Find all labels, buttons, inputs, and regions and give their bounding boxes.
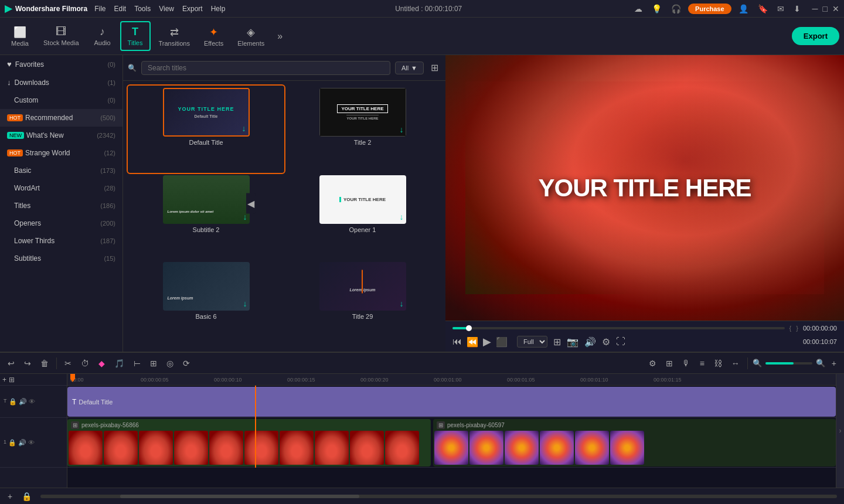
frame-back-button[interactable]: ⏪ <box>467 336 478 348</box>
total-time-value: 00:00:10:07 <box>803 338 837 345</box>
media-track-1-eye[interactable]: 👁 <box>28 439 35 447</box>
ruler-20: 00:00:00:20 <box>360 377 389 383</box>
sidebar-item-basic[interactable]: Basic (173) <box>0 162 122 179</box>
zoom-slider[interactable] <box>765 362 812 365</box>
progress-handle[interactable] <box>466 325 472 331</box>
menu-help[interactable]: Help <box>211 5 226 13</box>
quality-select[interactable]: Full 1/2 1/4 <box>517 336 547 348</box>
toolbar-audio[interactable]: ♪ Audio <box>87 22 118 50</box>
settings-tl-button[interactable]: ⚙ <box>646 357 659 370</box>
media-track-1-audio[interactable]: 🔊 <box>18 439 26 447</box>
sidebar-item-custom[interactable]: Custom (0) <box>0 91 122 109</box>
audio-duck-button[interactable]: 🎵 <box>111 357 127 370</box>
crop-button[interactable]: ⊞ <box>147 357 160 370</box>
add-track-button[interactable]: + <box>2 376 6 384</box>
settings-button[interactable]: ⚙ <box>602 336 610 348</box>
mark-out-button[interactable]: } <box>796 325 798 332</box>
mail-icon[interactable]: ✉ <box>775 3 787 15</box>
track-settings-button[interactable]: ≡ <box>697 357 707 370</box>
color-button[interactable]: ◆ <box>96 357 108 370</box>
user-icon[interactable]: 👤 <box>736 3 751 15</box>
scroll-left-arrow[interactable]: ◀ <box>246 193 256 214</box>
toolbar-stock-media[interactable]: 🎞 Stock Media <box>38 22 85 50</box>
thumb-title-2[interactable]: YOUR TITLE HERE YOUR TITLE HERE ↓ Title … <box>284 86 441 173</box>
close-button[interactable]: ✕ <box>832 4 839 13</box>
toolbar-titles[interactable]: T Titles <box>120 21 151 51</box>
maximize-button[interactable]: □ <box>823 4 828 13</box>
detach-audio-button[interactable]: ↔ <box>729 357 743 370</box>
toolbar-effects[interactable]: ✦ Effects <box>198 22 229 50</box>
menu-tools[interactable]: Tools <box>134 5 151 13</box>
bulb-icon[interactable]: 💡 <box>649 3 664 15</box>
sidebar-item-favorites[interactable]: ♥ Favorites (0) <box>0 55 122 73</box>
timeline-lock-btn[interactable]: 🔒 <box>19 490 35 503</box>
toolbar-transitions[interactable]: ⇄ Transitions <box>153 22 196 50</box>
timeline-add-track-btn[interactable]: + <box>5 490 15 503</box>
grid-view-button[interactable]: ⊞ <box>428 60 441 76</box>
menu-edit[interactable]: Edit <box>114 5 126 13</box>
menu-view[interactable]: View <box>159 5 174 13</box>
link-button[interactable]: ⛓ <box>711 357 725 370</box>
sidebar-item-recommended[interactable]: HOT Recommended (500) <box>0 109 122 127</box>
search-input[interactable] <box>141 61 390 75</box>
thumb-default-title[interactable]: YOUR TITLE HERE Default Title ↓ Default … <box>128 86 284 173</box>
toolbar-more[interactable]: » <box>273 29 287 44</box>
sidebar-item-titles[interactable]: Titles (186) <box>0 197 122 214</box>
sidebar-item-lower-thirds[interactable]: Lower Thirds (187) <box>0 232 122 250</box>
export-button[interactable]: Export <box>792 27 839 45</box>
headset-icon[interactable]: 🎧 <box>669 3 683 15</box>
media-clip-1[interactable]: ⊞ pexels-pixabay-56866 <box>67 419 431 466</box>
stop-button[interactable]: ⬛ <box>496 336 508 348</box>
filter-button[interactable]: All ▼ <box>395 62 424 74</box>
title-track-eye[interactable]: 👁 <box>29 398 35 406</box>
sidebar-item-openers[interactable]: Openers (200) <box>0 214 122 232</box>
sidebar-item-downloads[interactable]: ↓ Downloads (1) <box>0 73 122 91</box>
stabilize-button[interactable]: ◎ <box>164 357 176 370</box>
custom-count: (0) <box>108 97 115 104</box>
snap-button[interactable]: ⊞ <box>9 376 15 384</box>
mark-in-button[interactable]: { <box>789 325 792 332</box>
fullscreen-button[interactable]: ⛶ <box>616 336 625 347</box>
track-add-button[interactable]: ⊞ <box>663 357 676 370</box>
minimize-button[interactable]: ─ <box>812 4 818 13</box>
play-button[interactable]: ▶ <box>483 335 491 348</box>
sidebar-item-whats-new[interactable]: NEW What's New (2342) <box>0 127 122 144</box>
download-icon[interactable]: ⬇ <box>791 3 803 15</box>
menu-file[interactable]: File <box>94 5 106 13</box>
menu-export[interactable]: Export <box>182 5 203 13</box>
speed-button[interactable]: ⏱ <box>78 357 92 370</box>
snapshot-button[interactable]: 📷 <box>567 336 578 348</box>
split-screen-button[interactable]: ⊞ <box>553 336 561 348</box>
sidebar-item-wordart[interactable]: WordArt (28) <box>0 179 122 197</box>
thumb-basic-6[interactable]: Lorem ipsum ↓ Basic 6 <box>128 260 284 347</box>
timeline-scrollbar[interactable] <box>40 495 837 498</box>
toolbar-elements[interactable]: ◈ Elements <box>232 22 270 50</box>
thumb-opener-1[interactable]: YOUR TITLE HERE ↓ Opener 1 <box>284 173 441 260</box>
purchase-button[interactable]: Purchase <box>688 4 731 14</box>
redo-button[interactable]: ↪ <box>21 357 34 370</box>
title-track-lock[interactable]: 🔒 <box>9 398 17 406</box>
recommended-count: (500) <box>100 114 115 121</box>
media-track-1-lock[interactable]: 🔒 <box>8 439 16 447</box>
sidebar-item-strange-world[interactable]: HOT Strange World (12) <box>0 144 122 162</box>
thumb-title-29[interactable]: Lorem ipsum ↓ Title 29 <box>284 260 441 347</box>
media-clip-2[interactable]: ⊞ pexels-pixabay-60597 <box>433 419 836 466</box>
sidebar-item-subtitles[interactable]: Subtitles (15) <box>0 250 122 267</box>
title-clip[interactable]: T Default Title <box>67 387 836 417</box>
delete-button[interactable]: 🗑 <box>38 357 52 370</box>
skip-back-button[interactable]: ⏮ <box>452 336 462 347</box>
progress-bar[interactable] <box>452 327 785 329</box>
volume-button[interactable]: 🔊 <box>584 336 596 348</box>
undo-button[interactable]: ↩ <box>5 357 18 370</box>
toolbar-media[interactable]: ⬜ Media <box>5 22 35 50</box>
cut-button[interactable]: ✂ <box>62 357 74 370</box>
thumb-subtitle-2[interactable]: Lorem ipsum dolor sit amet ↓ Subtitle 2 <box>128 173 284 260</box>
cloud-icon[interactable]: ☁ <box>632 3 645 15</box>
bookmark-icon[interactable]: 🔖 <box>755 3 770 15</box>
add-track-end-button[interactable]: + <box>829 357 839 370</box>
split-button[interactable]: ⊢ <box>131 357 144 370</box>
title-track-audio[interactable]: 🔊 <box>19 398 27 406</box>
mic-button[interactable]: 🎙 <box>679 357 693 370</box>
keyframe-button[interactable]: ⟳ <box>180 357 193 370</box>
side-expand-button[interactable]: › <box>836 374 844 488</box>
